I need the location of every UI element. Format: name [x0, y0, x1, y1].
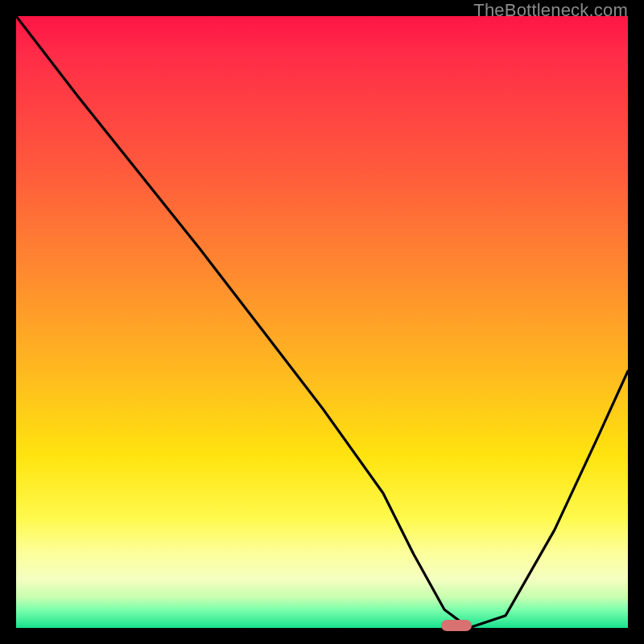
optimum-marker [441, 620, 472, 631]
curve-layer [16, 16, 628, 628]
plot-area [16, 16, 628, 628]
chart-frame: TheBottleneck.com [0, 0, 644, 644]
bottleneck-curve [16, 16, 628, 628]
